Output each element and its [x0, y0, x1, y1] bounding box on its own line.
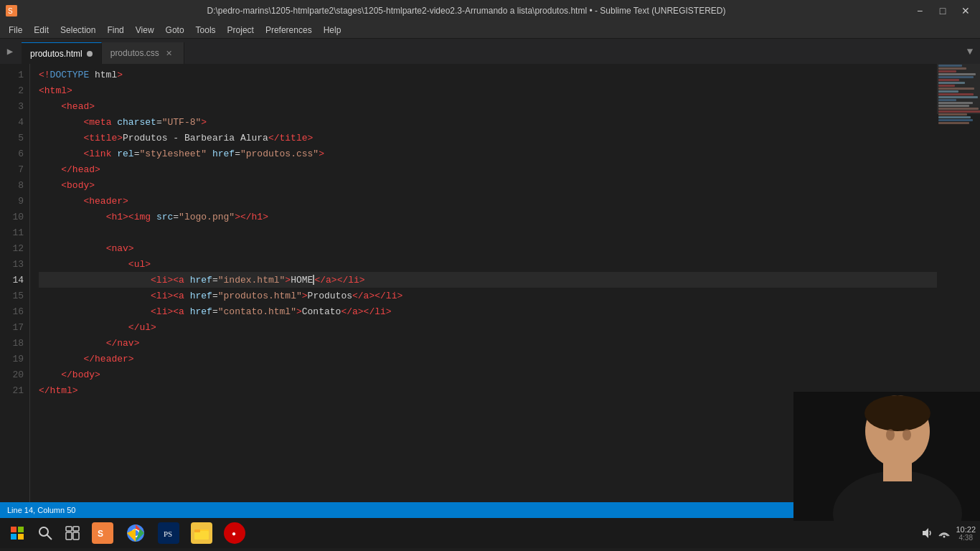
line-number-13: 13: [0, 256, 29, 272]
line-number-4: 4: [0, 114, 29, 130]
code-line-12: <nav>: [39, 240, 937, 256]
taskbar-sublime[interactable]: S: [88, 520, 118, 546]
menu-item-file[interactable]: File: [3, 24, 28, 37]
code-line-1: <!DOCTYPE html>: [39, 67, 937, 83]
line-number-14: 14: [0, 272, 29, 288]
line-number-5: 5: [0, 130, 29, 146]
code-line-6: <link rel="stylesheet" href="produtos.cs…: [39, 146, 937, 161]
close-button[interactable]: ✕: [957, 4, 974, 18]
line-number-8: 8: [0, 177, 29, 193]
tab-scroll-right[interactable]: ▼: [960, 39, 980, 64]
svg-text:S: S: [8, 7, 13, 15]
menu-item-find[interactable]: Find: [101, 24, 129, 37]
menu-item-edit[interactable]: Edit: [28, 24, 55, 37]
line-number-16: 16: [0, 303, 29, 319]
code-line-13: <ul>: [39, 256, 937, 272]
code-line-2: <html>: [39, 83, 937, 98]
svg-rect-19: [194, 529, 200, 532]
line-number-11: 11: [0, 225, 29, 240]
taskbar-explorer[interactable]: [187, 520, 217, 546]
code-line-3: <head>: [39, 98, 937, 114]
menu-item-help[interactable]: Help: [318, 24, 347, 37]
system-clock: 10:22 4:38: [956, 525, 976, 542]
code-line-14: <li><a href="index.html">HOME</a></li>: [39, 272, 937, 288]
menu-item-project[interactable]: Project: [222, 24, 260, 37]
svg-marker-22: [923, 528, 928, 538]
code-line-7: </head>: [39, 161, 937, 177]
taskbar-powershell[interactable]: PS: [154, 520, 184, 546]
svg-point-23: [943, 536, 946, 538]
code-line-17: </ul>: [39, 319, 937, 335]
code-line-16: <li><a href="contato.html">Contato</a></…: [39, 303, 937, 319]
code-line-11: [39, 225, 937, 240]
svg-point-28: [864, 395, 930, 431]
maximize-button[interactable]: □: [934, 4, 951, 18]
line-number-17: 17: [0, 319, 29, 335]
tab-close-button[interactable]: ✕: [164, 47, 175, 59]
line-number-15: 15: [0, 288, 29, 303]
taskbar-chrome[interactable]: [121, 520, 151, 546]
network-icon: [938, 527, 950, 539]
menubar: FileEditSelectionFindViewGotoToolsProjec…: [0, 22, 980, 39]
minimize-button[interactable]: −: [911, 4, 928, 18]
line-number-12: 12: [0, 240, 29, 256]
tab-label: produtos.css: [110, 48, 159, 58]
code-line-4: <meta charset="UTF-8">: [39, 114, 937, 130]
line-number-9: 9: [0, 193, 29, 209]
menu-item-goto[interactable]: Goto: [160, 24, 190, 37]
window-title: D:\pedro-marins\1205-htmlparte2\stages\1…: [22, 6, 911, 16]
code-line-15: <li><a href="produtos.html">Produtos</a>…: [39, 288, 937, 303]
line-number-20: 20: [0, 367, 29, 382]
menu-item-preferences[interactable]: Preferences: [260, 24, 318, 37]
tab-modified-indicator: [87, 51, 93, 57]
code-line-9: <header>: [39, 193, 937, 209]
svg-text:●: ●: [232, 529, 236, 537]
code-line-8: <body>: [39, 177, 937, 193]
line-number-7: 7: [0, 161, 29, 177]
taskbar-search[interactable]: [33, 520, 57, 546]
tab-produtos-css[interactable]: produtos.css ✕: [102, 42, 184, 64]
svg-rect-5: [18, 534, 24, 540]
taskbar-extra[interactable]: ●: [220, 520, 250, 546]
svg-rect-27: [883, 460, 912, 481]
code-line-19: </header>: [39, 351, 937, 367]
minimap-viewport: [937, 64, 980, 114]
svg-text:PS: PS: [164, 529, 172, 538]
sound-icon: [921, 527, 933, 539]
line-number-6: 6: [0, 146, 29, 161]
taskbar: S PS: [0, 518, 980, 548]
menu-item-view[interactable]: View: [130, 24, 160, 37]
menu-item-selection[interactable]: Selection: [55, 24, 101, 37]
svg-rect-3: [18, 527, 24, 532]
tab-scroll-left[interactable]: ▶: [0, 39, 20, 64]
svg-line-7: [47, 534, 52, 540]
titlebar: S D:\pedro-marins\1205-htmlparte2\stages…: [0, 0, 980, 22]
clock-time: 10:22: [956, 525, 976, 534]
window-controls: − □ ✕: [911, 4, 974, 18]
system-tray: 10:22 4:38: [921, 525, 976, 542]
clock-extra: 4:38: [959, 534, 973, 542]
line-number-10: 10: [0, 209, 29, 225]
line-number-21: 21: [0, 382, 29, 398]
svg-rect-9: [73, 527, 79, 531]
line-number-19: 19: [0, 351, 29, 367]
menu-item-tools[interactable]: Tools: [190, 24, 222, 37]
svg-rect-11: [73, 532, 79, 540]
webcam-feed: [793, 392, 980, 521]
line-number-1: 1: [0, 67, 29, 83]
line-number-2: 2: [0, 83, 29, 98]
code-line-10: <h1><img src="logo.png"></h1>: [39, 209, 937, 225]
line-number-3: 3: [0, 98, 29, 114]
svg-rect-4: [11, 534, 17, 540]
svg-text:S: S: [98, 529, 103, 539]
svg-rect-8: [66, 527, 72, 531]
tab-produtos-html[interactable]: produtos.html: [22, 42, 102, 64]
tab-label: produtos.html: [30, 49, 83, 59]
svg-point-30: [903, 429, 911, 441]
start-button[interactable]: [4, 520, 30, 546]
taskbar-task-view[interactable]: [60, 520, 85, 546]
status-position: Line 14, Column 50: [7, 506, 75, 514]
svg-rect-2: [11, 527, 17, 532]
svg-point-29: [886, 429, 895, 441]
app-icon: S: [6, 5, 17, 17]
